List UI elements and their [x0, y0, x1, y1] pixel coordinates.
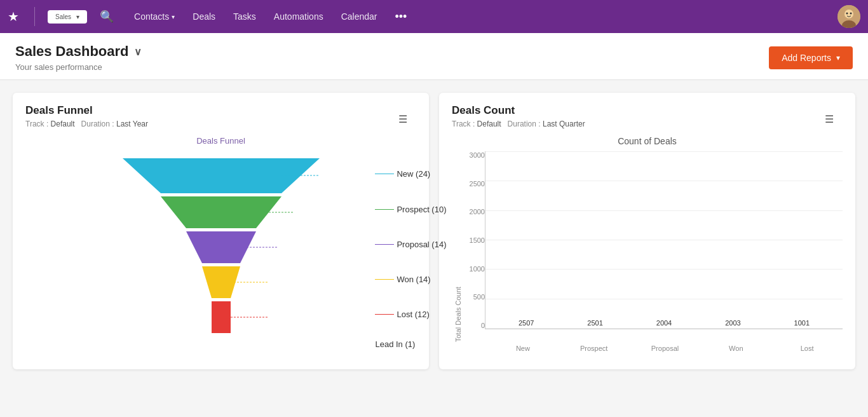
deals-funnel-card: Deals Funnel Track : Default Duration : … — [13, 93, 429, 369]
automations-label: Automations — [274, 11, 323, 22]
sales-dropdown[interactable]: Sales ▾ — [48, 10, 87, 24]
nav-link-tasks[interactable]: Tasks — [226, 8, 264, 25]
contacts-label: Contacts — [134, 11, 169, 22]
y-label-1000: 1000 — [462, 265, 485, 273]
page-title-text: Sales Dashboard — [15, 43, 129, 60]
funnel-labels: New (24) Prospect (10) Proposal (14) — [375, 155, 446, 353]
app-logo-icon: ★ — [8, 9, 19, 24]
bar-new-value: 2507 — [519, 319, 534, 327]
funnel-label-won-text: Won (14) — [397, 275, 430, 284]
funnel-track: Default — [51, 120, 75, 128]
funnel-label-prospect-text: Prospect (10) — [397, 205, 446, 214]
funnel-label-leadin-text: Lead In (1) — [375, 339, 415, 349]
user-avatar[interactable] — [837, 5, 860, 28]
bar-won-value: 2003 — [725, 319, 740, 327]
nav-link-deals[interactable]: Deals — [185, 8, 223, 25]
bar-proposal-value: 2004 — [656, 319, 672, 327]
svg-marker-7 — [186, 231, 256, 263]
deals-label: Deals — [193, 11, 215, 22]
bar-prospect: 2501 — [560, 319, 629, 329]
page-subtitle: Your sales performance — [15, 62, 142, 72]
y-label-0: 0 — [462, 322, 485, 329]
calendar-label: Calendar — [341, 11, 377, 22]
add-reports-arrow-icon: ▾ — [836, 53, 840, 62]
svg-point-3 — [846, 13, 848, 15]
dropdown-arrow-icon: ▾ — [76, 13, 79, 20]
bar-prospect-value: 2501 — [587, 319, 602, 327]
page-title: Sales Dashboard ∨ — [15, 43, 142, 60]
bar-new: 2507 — [492, 319, 560, 329]
y-label-500: 500 — [462, 293, 485, 301]
bar-proposal: 2004 — [630, 319, 698, 329]
y-labels: 0 500 1000 1500 2000 2500 3000 — [462, 151, 485, 342]
deals-funnel-subtitle: Track : Default Duration : Last Year — [25, 120, 416, 128]
x-label-prospect: Prospect — [559, 342, 630, 352]
count-track: Default — [477, 120, 501, 128]
nav-link-automations[interactable]: Automations — [266, 8, 331, 25]
bar-chart-title: Count of Deals — [452, 136, 843, 146]
funnel-svg — [104, 152, 339, 355]
funnel-label-prospect: Prospect (10) — [375, 192, 446, 227]
page-header: Sales Dashboard ∨ Your sales performance… — [0, 33, 868, 80]
deals-funnel-card-inner: Deals Funnel Track : Default Duration : … — [25, 104, 416, 358]
nav-divider — [34, 7, 35, 26]
funnel-label-new-text: New (24) — [397, 169, 430, 179]
contacts-arrow-icon: ▾ — [172, 13, 175, 20]
navigation: ★ Sales ▾ 🔍 Contacts ▾ Deals Tasks Autom… — [0, 0, 868, 33]
bar-won: 2003 — [698, 319, 767, 329]
funnel-menu-icon[interactable]: ☰ — [398, 113, 407, 125]
y-label-2000: 2000 — [462, 208, 485, 215]
funnel-label-leadin: Lead In (1) — [375, 334, 446, 353]
count-duration: Last Quarter — [543, 120, 585, 128]
svg-marker-9 — [212, 301, 231, 333]
tasks-label: Tasks — [233, 11, 256, 22]
svg-point-4 — [850, 13, 852, 15]
deals-count-card-inner: Deals Count Track : Default Duration : L… — [452, 104, 843, 352]
bar-chart-container: Count of Deals Total Deals Count 0 500 1… — [452, 136, 843, 352]
funnel-chart-title: Deals Funnel — [104, 136, 339, 146]
x-label-new: New — [487, 342, 559, 352]
funnel-label-new: New (24) — [375, 155, 446, 192]
bar-lost: 1001 — [768, 319, 836, 329]
y-label-1500: 1500 — [462, 236, 485, 244]
funnel-label-lost: Lost (12) — [375, 297, 446, 332]
page-title-chevron-icon[interactable]: ∨ — [134, 46, 142, 58]
svg-marker-5 — [123, 158, 320, 193]
add-reports-button[interactable]: Add Reports ▾ — [769, 46, 853, 69]
nav-link-calendar[interactable]: Calendar — [334, 8, 385, 25]
add-reports-label: Add Reports — [782, 53, 831, 63]
nav-links: Contacts ▾ Deals Tasks Automations Calen… — [126, 6, 827, 27]
funnel-duration: Last Year — [116, 120, 148, 128]
x-label-won: Won — [700, 342, 771, 352]
page-title-area: Sales Dashboard ∨ Your sales performance — [15, 43, 142, 72]
bar-lost-value: 1001 — [794, 319, 810, 327]
search-icon[interactable]: 🔍 — [100, 10, 114, 24]
y-label-2500: 2500 — [462, 180, 485, 188]
funnel-label-lost-text: Lost (12) — [397, 310, 429, 319]
nav-link-contacts[interactable]: Contacts ▾ — [126, 8, 182, 25]
funnel-label-proposal: Proposal (14) — [375, 227, 446, 262]
main-content: Deals Funnel Track : Default Duration : … — [0, 80, 868, 382]
bars-container: 2507 2501 2004 — [485, 151, 843, 329]
x-label-proposal: Proposal — [630, 342, 701, 352]
funnel-label-won: Won (14) — [375, 262, 446, 297]
sales-dropdown-label: Sales — [55, 13, 71, 20]
deals-count-subtitle: Track : Default Duration : Last Quarter — [452, 120, 843, 128]
y-axis-title: Total Deals Count — [452, 151, 462, 342]
count-menu-icon[interactable]: ☰ — [825, 113, 834, 125]
deals-count-card: Deals Count Track : Default Duration : L… — [439, 93, 855, 369]
more-options-icon[interactable]: ••• — [388, 6, 415, 27]
y-label-3000: 3000 — [462, 151, 485, 159]
x-labels: New Prospect Proposal Won Lost — [452, 342, 843, 352]
deals-count-title: Deals Count — [452, 104, 843, 117]
deals-funnel-title: Deals Funnel — [25, 104, 416, 117]
funnel-label-proposal-text: Proposal (14) — [397, 240, 446, 249]
x-label-lost: Lost — [771, 342, 843, 352]
